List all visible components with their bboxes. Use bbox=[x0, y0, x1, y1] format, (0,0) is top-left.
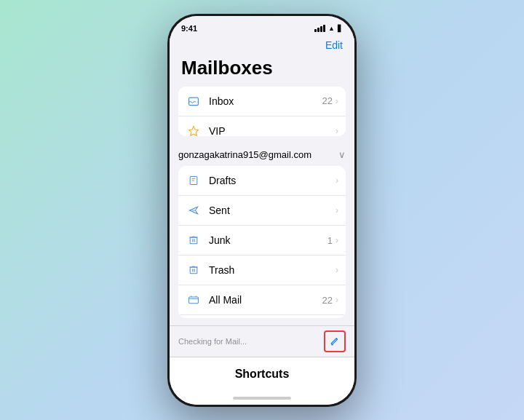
edit-button[interactable]: Edit bbox=[325, 39, 343, 51]
trash-label: Trash bbox=[209, 264, 336, 276]
trash-item[interactable]: Trash › bbox=[178, 255, 346, 285]
checking-status: Checking for Mail... bbox=[178, 337, 247, 346]
status-time: 9:41 bbox=[181, 24, 197, 33]
drafts-item[interactable]: Drafts › bbox=[178, 166, 346, 196]
phone-frame: 9:41 ▲ ▋ Edit Mailboxes bbox=[167, 14, 357, 407]
page-title: Mailboxes bbox=[170, 57, 354, 87]
junk-item[interactable]: Junk 1 › bbox=[178, 226, 346, 255]
sent-chevron: › bbox=[336, 205, 338, 215]
drafts-label: Drafts bbox=[209, 175, 336, 186]
allmail-badge: 22 bbox=[322, 295, 333, 306]
svg-marker-1 bbox=[189, 126, 199, 135]
drafts-chevron: › bbox=[336, 175, 338, 186]
inbox-item[interactable]: Inbox 22 › bbox=[178, 87, 346, 116]
allmail-icon bbox=[186, 292, 202, 308]
battery-icon: ▋ bbox=[338, 25, 343, 32]
svg-rect-5 bbox=[189, 297, 199, 304]
allmail-label: All Mail bbox=[209, 294, 322, 306]
sent-icon bbox=[186, 202, 202, 218]
account-header[interactable]: gonzagakatrina915@gmail.com ∨ bbox=[170, 143, 354, 166]
junk-badge: 1 bbox=[328, 235, 333, 246]
compose-button[interactable] bbox=[324, 330, 346, 352]
account-expand-icon: ∨ bbox=[338, 149, 346, 160]
inbox-label: Inbox bbox=[209, 95, 322, 107]
trash-icon bbox=[186, 262, 202, 278]
status-bar: 9:41 ▲ ▋ bbox=[170, 16, 354, 36]
top-mailboxes-section: Inbox 22 › VIP › bbox=[178, 87, 346, 137]
trash-chevron: › bbox=[336, 265, 338, 275]
bottom-toolbar: Checking for Mail... bbox=[170, 325, 354, 357]
signal-icon bbox=[314, 25, 325, 32]
home-bar bbox=[233, 397, 291, 400]
sent-item[interactable]: Sent › bbox=[178, 196, 346, 226]
vip-chevron: › bbox=[336, 126, 338, 136]
account-email: gonzagakatrina915@gmail.com bbox=[178, 149, 338, 160]
screen-content: Edit Mailboxes Inbox 22 › bbox=[170, 36, 354, 357]
inbox-badge: 22 bbox=[322, 95, 333, 106]
vip-item[interactable]: VIP › bbox=[178, 116, 346, 137]
drafts-icon bbox=[186, 173, 202, 189]
gmail-folder-item[interactable]: [Gmail] › bbox=[178, 315, 346, 317]
account-mailboxes-section: Drafts › Sent › bbox=[178, 166, 346, 317]
shortcuts-bar[interactable]: Shortcuts bbox=[170, 357, 354, 392]
status-icons: ▲ ▋ bbox=[314, 25, 343, 32]
junk-icon bbox=[186, 232, 202, 248]
phone-screen: 9:41 ▲ ▋ Edit Mailboxes bbox=[170, 16, 354, 405]
wifi-icon: ▲ bbox=[328, 25, 335, 32]
allmail-chevron: › bbox=[336, 295, 338, 305]
sent-label: Sent bbox=[209, 205, 336, 216]
junk-chevron: › bbox=[336, 235, 338, 245]
vip-label: VIP bbox=[209, 125, 336, 137]
allmail-item[interactable]: All Mail 22 › bbox=[178, 285, 346, 315]
shortcuts-label: Shortcuts bbox=[235, 368, 290, 381]
vip-icon bbox=[186, 123, 202, 137]
junk-label: Junk bbox=[209, 234, 328, 246]
home-indicator bbox=[170, 392, 354, 405]
compose-icon bbox=[330, 336, 340, 346]
inbox-icon bbox=[186, 93, 202, 109]
nav-bar: Edit bbox=[170, 36, 354, 57]
inbox-chevron: › bbox=[336, 96, 338, 106]
